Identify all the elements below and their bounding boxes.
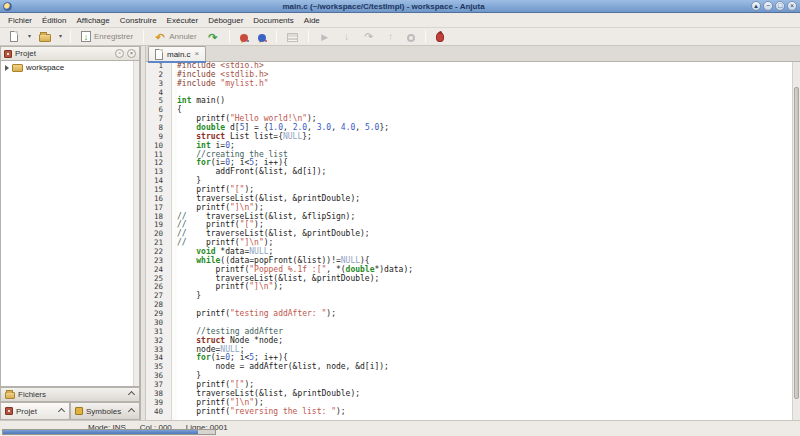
- code-line[interactable]: 26 printf("]\n");: [146, 283, 792, 292]
- expander-icon[interactable]: [5, 65, 9, 71]
- tree-scrollbar[interactable]: [133, 61, 139, 386]
- chevron-up-icon: [58, 407, 65, 414]
- code-line[interactable]: 13 addFront(&list, &d[i]);: [146, 168, 792, 177]
- redo-icon: [207, 31, 219, 43]
- chevron-up-icon: [128, 391, 135, 398]
- tab-main-c[interactable]: main.c ×: [148, 46, 206, 61]
- undo-button[interactable]: Annuler: [150, 29, 201, 44]
- code-text: printf("testing addAfter: ");: [167, 310, 336, 319]
- progress-fill: [3, 430, 198, 434]
- menu-item-documents[interactable]: Documents: [248, 14, 298, 27]
- main-area: Projet ▫ × workspace Fichiers: [0, 46, 800, 420]
- menu-item-executer[interactable]: Exécuter: [162, 14, 204, 27]
- new-document-button[interactable]: [4, 29, 24, 44]
- undo-icon: [154, 31, 166, 43]
- code-line[interactable]: 29 printf("testing addAfter: ");: [146, 310, 792, 319]
- line-number[interactable]: 6: [146, 106, 167, 115]
- toolbar-separator: [229, 30, 230, 43]
- toolbar-separator: [143, 30, 144, 43]
- editor: main.c × 1#include <stdio.h>2#include <s…: [146, 46, 800, 420]
- sidebar: Projet ▫ × workspace Fichiers: [0, 46, 141, 420]
- save-button[interactable]: Enregistrer: [77, 29, 137, 44]
- code-text: }: [167, 292, 201, 301]
- toolbar-separator: [425, 30, 426, 43]
- line-number[interactable]: 8: [146, 124, 167, 133]
- starburst-red-button[interactable]: [236, 29, 252, 44]
- step-into-button[interactable]: [337, 29, 357, 44]
- minimize-window-icon[interactable]: −: [763, 1, 773, 11]
- code-text: [167, 319, 177, 328]
- menu-item-deboguer[interactable]: Déboguer: [203, 14, 248, 27]
- tab-close-icon[interactable]: ×: [195, 50, 200, 58]
- panel-tab-projet[interactable]: Projet: [0, 402, 70, 420]
- code-line[interactable]: 27 }: [146, 292, 792, 301]
- code-line[interactable]: 40 printf("reversing the list: ");: [146, 408, 792, 417]
- code-text: printf("reversing the list: ");: [167, 408, 346, 417]
- toolbar-separator: [70, 30, 71, 43]
- files-folder-icon: [5, 392, 15, 399]
- line-number[interactable]: 3: [146, 80, 167, 89]
- project-icon: [4, 50, 12, 58]
- new-document-dropdown[interactable]: ▾: [26, 29, 33, 44]
- save-icon: [81, 31, 91, 42]
- redo-button[interactable]: [203, 29, 223, 44]
- menu-item-fichier[interactable]: Fichier: [3, 14, 37, 27]
- run-to-cursor-icon: [407, 34, 415, 42]
- step-out-button[interactable]: [381, 29, 401, 44]
- dock-detach-icon[interactable]: ▫: [115, 49, 124, 58]
- code-line[interactable]: 5int main(): [146, 97, 792, 106]
- code-line[interactable]: 3#include "mylist.h": [146, 80, 792, 89]
- toolbar-button-label: Enregistrer: [94, 32, 133, 41]
- code-line[interactable]: 9 struct List list={NULL};: [146, 133, 792, 142]
- project-icon: [5, 407, 13, 415]
- project-panel-header[interactable]: Projet ▫ ×: [0, 46, 140, 61]
- build-icon: [287, 33, 298, 42]
- line-number[interactable]: 7: [146, 115, 167, 124]
- line-number[interactable]: 5: [146, 97, 167, 106]
- line-number[interactable]: 4: [146, 89, 167, 98]
- maximize-window-icon[interactable]: □: [775, 1, 785, 11]
- line-number[interactable]: 1: [146, 62, 167, 71]
- starburst-blue-button[interactable]: [254, 29, 270, 44]
- code-text: [167, 301, 177, 310]
- editor-vertical-scrollbar[interactable]: [792, 62, 800, 420]
- files-bar-label: Fichiers: [18, 390, 126, 399]
- folder-icon: [39, 34, 51, 42]
- tab-label: main.c: [167, 50, 191, 59]
- document-icon: [155, 49, 163, 60]
- dock-close-icon[interactable]: ×: [127, 49, 136, 58]
- open-file-dropdown[interactable]: ▾: [57, 29, 64, 44]
- code-line[interactable]: 35 node = addAfter(&list, node, &d[i]);: [146, 363, 792, 372]
- open-file-button[interactable]: [35, 29, 55, 44]
- build-button[interactable]: [283, 29, 302, 44]
- menu-item-aide[interactable]: Aide: [299, 14, 325, 27]
- panel-bar-fichiers[interactable]: Fichiers: [0, 387, 140, 402]
- dropdown-arrow-icon: ▾: [28, 30, 31, 43]
- code-editor[interactable]: 1#include <stdio.h>2#include <stdlib.h>3…: [146, 62, 800, 420]
- scrollbar-thumb[interactable]: [794, 87, 799, 398]
- line-number[interactable]: 2: [146, 71, 167, 80]
- menu-item-affichage[interactable]: Affichage: [71, 14, 114, 27]
- code-line[interactable]: 4: [146, 89, 792, 98]
- shade-window-icon[interactable]: ▴: [751, 1, 761, 11]
- menu-item-edition[interactable]: Édition: [37, 14, 71, 27]
- menu-item-construire[interactable]: Construire: [115, 14, 162, 27]
- anjuta-logo-icon: [3, 2, 12, 11]
- close-window-icon[interactable]: ×: [787, 1, 797, 11]
- step-over-button[interactable]: [359, 29, 379, 44]
- window-title: main.c (~/workspace/C/testImpl) - worksp…: [16, 2, 751, 11]
- run-to-cursor-button[interactable]: [403, 29, 419, 44]
- toolbar-button-label: Annuler: [169, 32, 197, 41]
- debug-run-button[interactable]: [315, 29, 335, 44]
- line-number[interactable]: 40: [146, 408, 167, 417]
- run-icon: [319, 31, 331, 43]
- project-tree[interactable]: workspace: [0, 61, 140, 387]
- panel-tab-label: Projet: [16, 407, 56, 416]
- debugger-bug-button[interactable]: [432, 29, 448, 44]
- bug-icon: [436, 32, 444, 42]
- panel-tab-symboles[interactable]: Symboles: [70, 402, 140, 420]
- title-bar[interactable]: main.c (~/workspace/C/testImpl) - worksp…: [0, 0, 800, 13]
- tree-item-workspace[interactable]: workspace: [1, 61, 139, 74]
- step-out-icon: [385, 31, 397, 43]
- panel-tab-label: Symboles: [86, 407, 126, 416]
